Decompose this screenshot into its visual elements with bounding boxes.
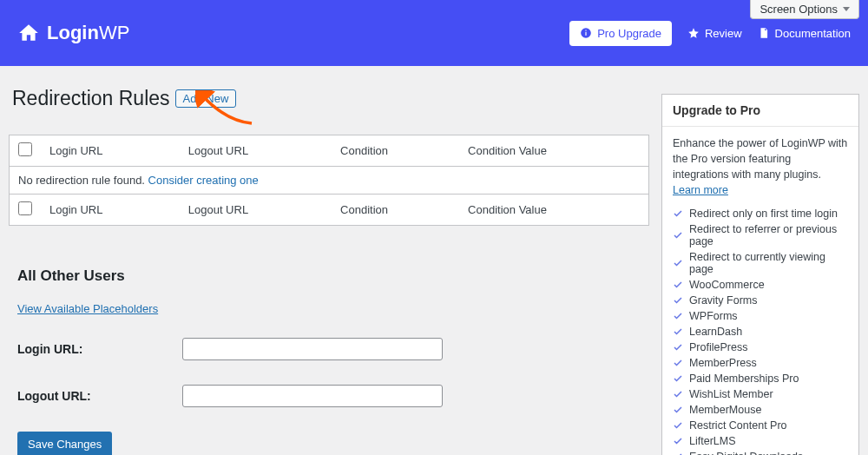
feature-item: LearnDash (673, 324, 848, 340)
check-icon (673, 452, 683, 456)
select-all-top-checkbox[interactable] (18, 142, 32, 156)
feature-item: WPForms (673, 308, 848, 324)
feature-label: Redirect only on first time login (689, 208, 838, 220)
feature-label: WishList Member (689, 388, 773, 400)
feature-item: ProfilePress (673, 340, 848, 355)
upgrade-pro-desc: Enhance the power of LoginWP with the Pr… (673, 135, 848, 199)
top-bar: LoginWP Pro Upgrade Review Documentation (0, 0, 868, 66)
pro-upgrade-label: Pro Upgrade (597, 27, 661, 40)
check-icon (673, 295, 683, 306)
col-condition[interactable]: Condition (332, 135, 459, 167)
feature-item: Paid Memberships Pro (673, 371, 848, 386)
feature-item: WishList Member (673, 386, 848, 402)
learn-more-link[interactable]: Learn more (673, 184, 728, 196)
check-icon (673, 258, 683, 268)
doc-icon (758, 27, 770, 39)
upgrade-pro-title: Upgrade to Pro (662, 95, 858, 127)
review-link[interactable]: Review (687, 27, 742, 40)
feature-label: LifterLMS (689, 435, 736, 447)
feature-label: Redirect to currently viewing page (689, 251, 848, 275)
empty-row: No redirection rule found. Consider crea… (10, 167, 649, 195)
brand-suffix: WP (99, 22, 129, 43)
feature-label: Restrict Content Pro (689, 419, 787, 432)
feature-item: MemberPress (673, 355, 848, 371)
feature-label: MemberMouse (689, 404, 761, 416)
feature-label: Redirect to referrer or previous page (689, 223, 848, 247)
check-icon (673, 389, 683, 399)
feature-label: Gravity Forms (689, 294, 757, 307)
review-label: Review (705, 27, 742, 40)
feature-item: MemberMouse (673, 402, 848, 418)
check-icon (673, 420, 683, 431)
top-actions: Pro Upgrade Review Documentation (569, 21, 851, 46)
logout-url-label: Logout URL: (17, 389, 182, 403)
feature-label: LearnDash (689, 326, 742, 338)
fcol-logout-url[interactable]: Logout URL (180, 195, 332, 226)
col-condition-value[interactable]: Condition Value (459, 135, 648, 167)
check-icon (673, 342, 683, 353)
star-icon (687, 27, 700, 39)
fcol-condition-value[interactable]: Condition Value (459, 195, 648, 226)
screen-options-toggle[interactable]: Screen Options (750, 0, 859, 19)
info-icon (580, 27, 592, 39)
empty-text: No redirection rule found. (18, 174, 148, 187)
col-login-url[interactable]: Login URL (41, 135, 180, 167)
other-users-heading: All Other Users (17, 267, 649, 285)
documentation-label: Documentation (775, 27, 851, 40)
feature-label: WooCommerce (689, 279, 765, 291)
page-title: Redirection Rules (12, 87, 170, 110)
feature-label: MemberPress (689, 357, 757, 369)
brand-logo: LoginWP (17, 22, 129, 44)
logout-url-input[interactable] (182, 385, 443, 407)
other-users-section: All Other Users View Available Placehold… (9, 267, 649, 455)
feature-item: Gravity Forms (673, 293, 848, 308)
fcol-condition[interactable]: Condition (332, 195, 459, 226)
select-all-bottom-checkbox[interactable] (18, 201, 32, 215)
upgrade-pro-box: Upgrade to Pro Enhance the power of Logi… (661, 94, 859, 455)
col-logout-url[interactable]: Logout URL (180, 135, 332, 167)
table-footer-row: Login URL Logout URL Condition Condition… (10, 195, 649, 226)
check-icon (673, 358, 683, 368)
screen-options-label: Screen Options (760, 3, 838, 16)
feature-label: WPForms (689, 310, 738, 322)
login-url-input[interactable] (182, 338, 443, 360)
documentation-link[interactable]: Documentation (758, 27, 851, 40)
feature-item: LifterLMS (673, 433, 848, 449)
feature-list: Redirect only on first time loginRedirec… (673, 206, 848, 456)
feature-label: Easy Digital Downloads (689, 451, 803, 456)
rules-table: Login URL Logout URL Condition Condition… (9, 135, 649, 226)
feature-item: Redirect only on first time login (673, 206, 848, 221)
check-icon (673, 230, 683, 241)
brand-name: Login (47, 22, 99, 43)
check-icon (673, 373, 683, 384)
svg-rect-1 (586, 32, 587, 36)
add-new-button[interactable]: Add New (175, 89, 237, 108)
feature-item: Restrict Content Pro (673, 418, 848, 433)
table-header-row: Login URL Logout URL Condition Condition… (10, 135, 649, 167)
feature-item: WooCommerce (673, 277, 848, 293)
feature-label: ProfilePress (689, 341, 747, 353)
check-icon (673, 326, 683, 337)
feature-item: Easy Digital Downloads (673, 449, 848, 456)
check-icon (673, 311, 683, 321)
pro-upgrade-button[interactable]: Pro Upgrade (569, 21, 672, 46)
svg-rect-2 (586, 30, 587, 31)
login-url-label: Login URL: (17, 342, 182, 356)
check-icon (673, 208, 683, 219)
check-icon (673, 280, 683, 290)
feature-item: Redirect to currently viewing page (673, 249, 848, 277)
house-icon (17, 22, 40, 44)
fcol-login-url[interactable]: Login URL (41, 195, 180, 226)
check-icon (673, 405, 683, 415)
view-placeholders-link[interactable]: View Available Placeholders (17, 302, 158, 315)
feature-label: Paid Memberships Pro (689, 373, 799, 385)
caret-down-icon (843, 7, 850, 11)
create-one-link[interactable]: Consider creating one (148, 174, 259, 187)
feature-item: Redirect to referrer or previous page (673, 221, 848, 249)
save-changes-button[interactable]: Save Changes (17, 432, 112, 455)
check-icon (673, 436, 683, 446)
